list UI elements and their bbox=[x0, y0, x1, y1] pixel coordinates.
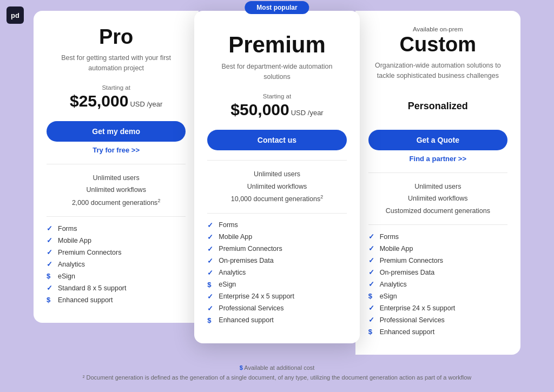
feature-label: Premium Connectors bbox=[380, 257, 443, 264]
dollar-icon: $ bbox=[368, 292, 376, 300]
custom-card: Available on-prem Custom Organization-wi… bbox=[355, 11, 520, 355]
list-item: $Enhanced support bbox=[207, 316, 346, 324]
feature-label: Professional Services bbox=[219, 304, 283, 312]
list-item: ✓Forms bbox=[47, 224, 186, 232]
check-icon: ✓ bbox=[47, 248, 54, 256]
premium-cta-primary[interactable]: Contact us bbox=[207, 130, 346, 150]
feature-label: eSign bbox=[58, 273, 75, 280]
feature-label: eSign bbox=[380, 293, 397, 300]
premium-divider bbox=[207, 160, 346, 161]
premium-plan-name: Premium bbox=[207, 32, 346, 57]
check-icon: ✓ bbox=[207, 233, 215, 241]
footer-notes: $ Available at additional cost ² Documen… bbox=[83, 363, 472, 382]
premium-pricing-label: Starting at bbox=[207, 93, 346, 99]
list-item: ✓Forms bbox=[368, 232, 507, 241]
feature-label: Enhanced support bbox=[380, 328, 434, 336]
cards-container: Pro Best for getting started with your f… bbox=[34, 11, 520, 355]
pro-pricing-label: Starting at bbox=[47, 84, 186, 91]
custom-cta-secondary[interactable]: Find a partner >> bbox=[368, 155, 507, 163]
feature-label: Analytics bbox=[58, 261, 85, 268]
feature-label: Mobile App bbox=[58, 237, 91, 244]
pricing-wrapper: Pro Best for getting started with your f… bbox=[34, 11, 520, 382]
custom-price: Personalized bbox=[408, 101, 468, 112]
feature-label: On-premises Data bbox=[380, 269, 434, 276]
dollar-icon: $ bbox=[207, 316, 215, 324]
premium-price-suffix: USD /year bbox=[291, 109, 324, 117]
custom-plan-desc: Organization-wide automation solutions t… bbox=[368, 61, 507, 82]
list-item: $eSign bbox=[368, 292, 507, 300]
list-item: ✓Mobile App bbox=[207, 233, 346, 241]
list-item: $eSign bbox=[207, 281, 346, 289]
logo: pd bbox=[6, 6, 24, 24]
premium-plan-desc: Best for department-wide automation solu… bbox=[207, 62, 346, 83]
list-item: ✓Premium Connectors bbox=[368, 256, 507, 264]
custom-feature-list: ✓Forms✓Mobile App✓Premium Connectors✓On-… bbox=[368, 232, 507, 336]
feature-label: Mobile App bbox=[380, 245, 413, 253]
check-icon: ✓ bbox=[207, 245, 215, 253]
check-icon: ✓ bbox=[368, 304, 376, 312]
check-icon: ✓ bbox=[368, 316, 376, 324]
gen-note: ² Document generation is defined as the … bbox=[83, 373, 472, 383]
feature-label: Enterprise 24 x 5 support bbox=[219, 293, 294, 300]
pro-plan-name: Pro bbox=[47, 26, 186, 49]
feature-label: Standard 8 x 5 support bbox=[58, 284, 126, 292]
list-item: ✓Mobile App bbox=[47, 236, 186, 244]
logo-text: pd bbox=[11, 11, 19, 19]
pro-feature-list: ✓Forms✓Mobile App✓Premium Connectors✓Ana… bbox=[47, 224, 186, 304]
dollar-icon: $ bbox=[47, 272, 54, 280]
list-item: ✓Mobile App bbox=[368, 244, 507, 253]
dollar-icon-note: $ bbox=[240, 364, 243, 371]
feature-label: Analytics bbox=[380, 281, 407, 288]
feature-label: Enhanced support bbox=[58, 296, 113, 304]
check-icon: ✓ bbox=[368, 280, 376, 288]
premium-feature-list: ✓Forms✓Mobile App✓Premium Connectors✓On-… bbox=[207, 221, 346, 324]
list-item: ✓Professional Services bbox=[368, 316, 507, 324]
dollar-icon: $ bbox=[368, 328, 376, 336]
premium-features-group: Unlimited users Unlimited workflows 10,0… bbox=[207, 168, 346, 205]
dollar-icon: $ bbox=[47, 296, 54, 304]
pro-cta-primary[interactable]: Get my demo bbox=[47, 121, 186, 142]
pro-features-group: Unlimited users Unlimited workflows 2,00… bbox=[47, 172, 186, 209]
check-icon: ✓ bbox=[207, 304, 215, 313]
feature-label: Forms bbox=[380, 233, 399, 241]
check-icon: ✓ bbox=[368, 256, 376, 264]
check-icon: ✓ bbox=[207, 221, 215, 229]
feature-label: Professional Services bbox=[380, 316, 445, 324]
list-item: ✓Premium Connectors bbox=[47, 248, 186, 256]
custom-plan-name: Custom bbox=[368, 34, 507, 56]
custom-available-label: Available on-prem bbox=[368, 26, 507, 32]
list-item: ✓Analytics bbox=[207, 269, 346, 277]
list-item: ✓Professional Services bbox=[207, 304, 346, 313]
pro-card: Pro Best for getting started with your f… bbox=[34, 11, 199, 323]
custom-divider2 bbox=[368, 224, 507, 225]
list-item: ✓Enterprise 24 x 5 support bbox=[368, 304, 507, 312]
pro-cta-secondary[interactable]: Try for free >> bbox=[47, 146, 186, 154]
feature-label: On-premises Data bbox=[219, 257, 273, 264]
pro-divider bbox=[47, 164, 186, 164]
list-item: ✓Premium Connectors bbox=[207, 245, 346, 253]
check-icon: ✓ bbox=[47, 284, 54, 292]
check-icon: ✓ bbox=[47, 224, 54, 232]
feature-label: eSign bbox=[219, 281, 236, 288]
check-icon: ✓ bbox=[47, 260, 54, 268]
check-icon: ✓ bbox=[368, 244, 376, 253]
premium-divider2 bbox=[207, 213, 346, 214]
custom-divider bbox=[368, 172, 507, 173]
list-item: ✓On-premises Data bbox=[207, 257, 346, 265]
list-item: ✓Analytics bbox=[47, 260, 186, 268]
dollar-icon: $ bbox=[207, 281, 215, 289]
feature-label: Forms bbox=[219, 221, 238, 229]
custom-cta-primary[interactable]: Get a Quote bbox=[368, 130, 507, 150]
check-icon: ✓ bbox=[207, 257, 215, 265]
check-icon: ✓ bbox=[368, 232, 376, 241]
check-icon: ✓ bbox=[207, 293, 215, 301]
check-icon: ✓ bbox=[207, 269, 215, 277]
feature-label: Forms bbox=[58, 225, 77, 232]
feature-label: Enhanced support bbox=[219, 316, 273, 324]
pro-price: $25,000 bbox=[70, 92, 128, 110]
list-item: ✓Analytics bbox=[368, 280, 507, 288]
pro-price-suffix: USD /year bbox=[130, 100, 162, 108]
list-item: $eSign bbox=[47, 272, 186, 280]
list-item: ✓Forms bbox=[207, 221, 346, 229]
pro-divider2 bbox=[47, 216, 186, 217]
